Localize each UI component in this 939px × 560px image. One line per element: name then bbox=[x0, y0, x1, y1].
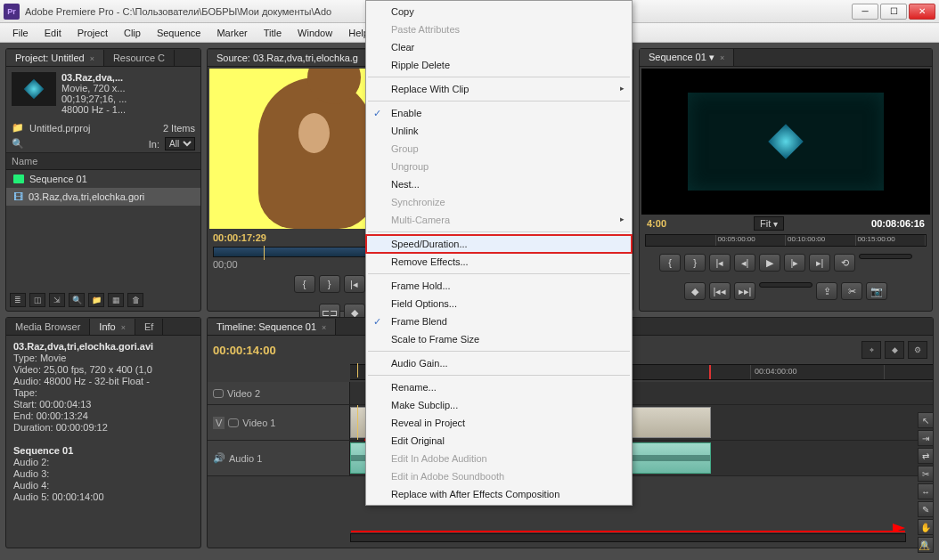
tab-resource-central[interactable]: Resource C bbox=[104, 50, 175, 66]
prog-shuttle-slider[interactable] bbox=[859, 254, 912, 259]
ripple-edit-tool[interactable]: ⇄ bbox=[918, 448, 934, 464]
project-bins-list: Name Sequence 01 🎞 03.Raz,dva,tri,elochk… bbox=[6, 152, 200, 206]
prog-marker-button[interactable]: ◆ bbox=[684, 282, 706, 300]
delete-button[interactable]: 🗑 bbox=[127, 293, 143, 307]
marker-tl-button[interactable]: ◆ bbox=[885, 341, 904, 359]
tab-media-browser[interactable]: Media Browser bbox=[6, 319, 90, 335]
ctx-rename[interactable]: Rename... bbox=[366, 378, 632, 396]
a1-speaker-icon[interactable]: 🔊 bbox=[213, 452, 225, 464]
prog-goto-out-button[interactable]: ▸| bbox=[809, 254, 830, 272]
ctx-speed-duration[interactable]: Speed/Duration... bbox=[366, 235, 632, 253]
warning-icon[interactable]: ⚠ bbox=[919, 539, 930, 553]
ctx-scale-to-frame-size[interactable]: Scale to Frame Size bbox=[366, 330, 632, 348]
extract-button[interactable]: ✂ bbox=[841, 282, 862, 300]
tab-effects[interactable]: Ef bbox=[135, 319, 163, 335]
ctx-remove-effects[interactable]: Remove Effects... bbox=[366, 253, 632, 271]
settings-button[interactable]: ⚙ bbox=[908, 341, 927, 359]
new-item-button[interactable]: ▦ bbox=[108, 293, 124, 307]
clip-name: 03.Raz,dva,... bbox=[61, 72, 127, 83]
bin-clip[interactable]: 🎞 03.Raz,dva,tri,elochka.gori bbox=[6, 188, 200, 206]
close-button[interactable]: ✕ bbox=[909, 4, 935, 20]
timeline-zoom-scrollbar[interactable] bbox=[350, 533, 906, 542]
track-select-tool[interactable]: ⇥ bbox=[918, 430, 934, 446]
menu-title[interactable]: Title bbox=[257, 26, 289, 40]
new-bin-button[interactable]: 📁 bbox=[88, 293, 104, 307]
v2-eye-icon[interactable] bbox=[213, 389, 224, 398]
program-timecode-left[interactable]: 4:00 bbox=[647, 218, 666, 229]
lift-button[interactable]: ⇪ bbox=[816, 282, 837, 300]
v1-eye-icon[interactable] bbox=[228, 418, 239, 427]
ctx-field-options[interactable]: Field Options... bbox=[366, 295, 632, 312]
tab-program-seq[interactable]: Sequence 01 ▾× bbox=[640, 49, 734, 66]
menu-file[interactable]: File bbox=[5, 26, 36, 40]
prog-step-back-button[interactable]: ◂| bbox=[734, 254, 755, 272]
a1-label[interactable]: Audio 1 bbox=[229, 453, 262, 464]
prog-prev-edit-button[interactable]: |◂◂ bbox=[709, 282, 731, 300]
icon-view-button[interactable]: ◫ bbox=[29, 293, 45, 307]
list-view-button[interactable]: ≣ bbox=[10, 293, 26, 307]
prog-goto-in-button[interactable]: |◂ bbox=[709, 254, 731, 272]
ctx-enable[interactable]: Enable✓ bbox=[366, 104, 632, 122]
pen-tool[interactable]: ✎ bbox=[918, 501, 934, 517]
maximize-button[interactable]: ☐ bbox=[880, 4, 907, 20]
tab-source[interactable]: Source: 03.Raz,dva,tri,elochka.g bbox=[208, 50, 368, 66]
program-viewport[interactable] bbox=[641, 69, 930, 215]
ctx-nest[interactable]: Nest... bbox=[366, 175, 632, 193]
search-icon[interactable]: 🔍 bbox=[12, 138, 24, 150]
hand-tool[interactable]: ✋ bbox=[918, 519, 934, 535]
prog-step-fwd-button[interactable]: |▸ bbox=[784, 254, 805, 272]
ctx-reveal-in-project[interactable]: Reveal in Project bbox=[366, 414, 632, 432]
ctx-copy[interactable]: Copy bbox=[366, 3, 632, 20]
ctx-unlink[interactable]: Unlink bbox=[366, 122, 632, 140]
selection-tool[interactable]: ↖ bbox=[918, 412, 934, 428]
ctx-ripple-delete[interactable]: Ripple Delete bbox=[366, 56, 632, 74]
set-in-button[interactable]: { bbox=[294, 275, 315, 293]
tab-info[interactable]: Info× bbox=[90, 319, 135, 335]
tab-timeline-seq[interactable]: Timeline: Sequence 01× bbox=[208, 319, 336, 335]
ctx-separator bbox=[368, 375, 630, 376]
in-filter-select[interactable]: All bbox=[165, 137, 195, 150]
find-button[interactable]: 🔍 bbox=[69, 293, 85, 307]
menu-project[interactable]: Project bbox=[70, 26, 115, 40]
ctx-audio-gain[interactable]: Audio Gain... bbox=[366, 354, 632, 372]
menu-edit[interactable]: Edit bbox=[37, 26, 69, 40]
menu-clip[interactable]: Clip bbox=[117, 26, 148, 40]
clip-thumbnail[interactable] bbox=[12, 72, 56, 106]
ctx-replace-with-after-effects-composition[interactable]: Replace with After Effects Composition bbox=[366, 485, 632, 503]
ctx-clear[interactable]: Clear bbox=[366, 38, 632, 56]
slip-tool[interactable]: ↔ bbox=[918, 483, 934, 499]
ctx-frame-hold[interactable]: Frame Hold... bbox=[366, 277, 632, 295]
ctx-replace-with-clip[interactable]: Replace With Clip bbox=[366, 80, 632, 98]
prog-next-edit-button[interactable]: ▸▸| bbox=[734, 282, 755, 300]
automate-button[interactable]: ⇲ bbox=[49, 293, 65, 307]
goto-in-button[interactable]: |◂ bbox=[344, 275, 365, 293]
prog-jog-slider[interactable] bbox=[759, 282, 812, 288]
column-name[interactable]: Name bbox=[6, 153, 200, 170]
v2-label[interactable]: Video 2 bbox=[227, 388, 260, 399]
menu-sequence[interactable]: Sequence bbox=[150, 26, 208, 40]
menu-window[interactable]: Window bbox=[290, 26, 339, 40]
ctx-frame-blend[interactable]: Frame Blend✓ bbox=[366, 312, 632, 330]
set-out-button[interactable]: } bbox=[319, 275, 340, 293]
ctx-edit-original[interactable]: Edit Original bbox=[366, 432, 632, 450]
tab-project[interactable]: Project: Untitled× bbox=[6, 50, 104, 66]
video-frame-preview bbox=[209, 69, 365, 229]
source-timecode-left[interactable]: 00:00:17:29 bbox=[213, 232, 266, 243]
prog-set-out-button[interactable]: } bbox=[684, 254, 706, 272]
prog-loop-button[interactable]: ⟲ bbox=[834, 254, 855, 272]
snap-button[interactable]: ⌖ bbox=[861, 341, 881, 359]
work-area-end[interactable] bbox=[709, 365, 711, 379]
v1-label[interactable]: Video 1 bbox=[242, 418, 275, 428]
ctx-make-subclip[interactable]: Make Subclip... bbox=[366, 396, 632, 414]
export-frame-button[interactable]: 📷 bbox=[866, 282, 887, 300]
prog-play-button[interactable]: ▶ bbox=[759, 254, 780, 272]
prog-set-in-button[interactable]: { bbox=[659, 254, 681, 272]
timeline-timecode[interactable]: 00:00:14:00 bbox=[213, 344, 276, 357]
timeline-playhead[interactable] bbox=[357, 363, 358, 377]
zoom-fit-select[interactable]: Fit ▾ bbox=[754, 216, 784, 231]
program-ruler[interactable]: 00:05:00:00 00:10:00:00 00:15:00:00 bbox=[645, 234, 927, 247]
bin-sequence[interactable]: Sequence 01 bbox=[6, 170, 200, 188]
menu-marker[interactable]: Marker bbox=[209, 26, 254, 40]
razor-tool[interactable]: ✂ bbox=[918, 466, 934, 482]
minimize-button[interactable]: ─ bbox=[852, 4, 878, 20]
